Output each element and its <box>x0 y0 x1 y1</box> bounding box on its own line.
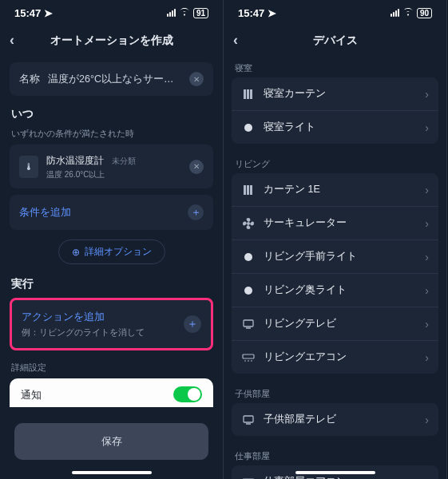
add-action-example: 例：リビングのライトを消して <box>22 327 201 338</box>
fan-icon <box>241 218 256 229</box>
signal-icon <box>167 9 176 17</box>
wifi-icon <box>402 7 414 18</box>
detail-option-button[interactable]: ⊕ 詳細オプション <box>58 240 165 264</box>
nav-bar: ‹ デバイス <box>224 26 446 56</box>
svg-rect-7 <box>244 320 253 327</box>
status-bar: 15:47 ➤ 90 <box>224 0 446 26</box>
chevron-right-icon: › <box>425 184 429 196</box>
device-row[interactable]: カーテン 1E› <box>232 173 438 207</box>
name-value: 温度が26°C以上ならサーキュレ… <box>48 73 181 86</box>
group-header: 仕事部屋 <box>224 444 446 465</box>
page-title: デバイス <box>313 34 358 48</box>
status-bar: 15:47 ➤ 91 <box>0 0 223 26</box>
device-name: 子供部屋テレビ <box>264 413 417 426</box>
notify-toggle[interactable] <box>173 386 202 402</box>
add-action-card[interactable]: アクションを追加 例：リビングのライトを消して ＋ <box>10 298 213 350</box>
phone-left: 15:47 ➤ 91 ‹ オートメーションを作成 名称 温度が26°C以上ならサ… <box>0 0 224 479</box>
svg-rect-9 <box>243 354 254 358</box>
device-name: リビング手前ライト <box>264 250 417 263</box>
chevron-right-icon: › <box>425 351 429 364</box>
back-button[interactable]: ‹ <box>233 32 238 49</box>
chevron-right-icon: › <box>425 121 429 134</box>
home-indicator <box>295 471 375 474</box>
bulb-icon <box>241 287 256 295</box>
phone-right: 15:47 ➤ 90 ‹ デバイス 寝室寝室カーテン›寝室ライト›リビングカーテ… <box>224 0 447 479</box>
curtain-icon <box>241 184 256 196</box>
chevron-right-icon: › <box>425 88 429 101</box>
battery-level: 90 <box>417 8 432 18</box>
thermometer-icon: 🌡 <box>19 156 38 178</box>
when-subtitle: いずれかの条件が満たされた時 <box>11 128 212 140</box>
save-label: 保存 <box>101 435 122 447</box>
svg-rect-3 <box>244 185 246 195</box>
device-name: リビングテレビ <box>264 317 417 331</box>
name-label: 名称 <box>19 73 40 86</box>
device-row[interactable]: サーキュレーター› <box>232 207 438 240</box>
device-name: 寝室ライト <box>264 121 417 134</box>
notify-label: 通知 <box>21 389 42 401</box>
chevron-right-icon: › <box>425 217 429 230</box>
device-row[interactable]: 寝室カーテン› <box>232 77 438 111</box>
device-name: リビングエアコン <box>264 350 417 364</box>
add-condition-button[interactable]: 条件を追加 ＋ <box>10 195 213 230</box>
tv-icon <box>241 415 256 425</box>
tv-icon <box>241 319 256 329</box>
status-time: 15:47 <box>238 7 264 19</box>
device-name: サーキュレーター <box>264 216 417 230</box>
device-row[interactable]: リビングエアコン› <box>232 341 438 374</box>
condition-detail: 温度 26.0°C以上 <box>46 169 181 180</box>
add-action-label: アクションを追加 <box>22 310 201 324</box>
device-row[interactable]: 寝室ライト› <box>232 111 438 144</box>
device-row[interactable]: リビング手前ライト› <box>232 240 438 274</box>
plus-circle-icon: ⊕ <box>72 247 80 258</box>
condition-card[interactable]: 🌡 防水温湿度計 未分類 温度 26.0°C以上 ✕ <box>10 144 213 188</box>
device-name: リビング奥ライト <box>264 283 417 297</box>
location-icon: ➤ <box>44 7 53 19</box>
page-title: オートメーションを作成 <box>50 34 173 48</box>
back-button[interactable]: ‹ <box>10 32 14 49</box>
name-field-row[interactable]: 名称 温度が26°C以上ならサーキュレ… ✕ <box>10 62 213 96</box>
condition-name: 防水温湿度計 <box>46 155 104 166</box>
svg-rect-0 <box>244 89 246 99</box>
svg-rect-1 <box>247 89 249 99</box>
svg-rect-13 <box>244 416 253 422</box>
plus-icon: ＋ <box>184 315 201 333</box>
svg-rect-4 <box>247 185 249 195</box>
bulb-icon <box>241 253 256 261</box>
notify-card[interactable]: 通知 <box>10 378 213 407</box>
plus-icon: ＋ <box>188 204 204 220</box>
status-time: 15:47 <box>14 7 41 19</box>
home-indicator <box>72 471 152 474</box>
device-list: カーテン 1E›サーキュレーター›リビング手前ライト›リビング奥ライト›リビング… <box>232 173 438 374</box>
location-icon: ➤ <box>268 7 276 19</box>
curtain-icon <box>241 89 256 100</box>
group-header: 子供部屋 <box>224 382 446 403</box>
bulb-icon <box>241 124 256 132</box>
ac-icon <box>241 354 256 362</box>
device-groups: 寝室寝室カーテン›寝室ライト›リビングカーテン 1E›サーキュレーター›リビング… <box>224 56 446 479</box>
chevron-right-icon: › <box>425 476 429 480</box>
section-exec: 実行 <box>11 277 212 291</box>
add-condition-label: 条件を追加 <box>19 206 71 220</box>
remove-condition-icon[interactable]: ✕ <box>189 160 204 174</box>
device-name: 仕事部屋エアコン <box>264 475 417 479</box>
device-name: カーテン 1E <box>264 183 417 196</box>
svg-rect-2 <box>250 89 252 99</box>
group-header: リビング <box>224 152 446 173</box>
chevron-right-icon: › <box>425 251 429 263</box>
device-row[interactable]: 子供部屋テレビ› <box>232 403 438 436</box>
condition-tag: 未分類 <box>112 156 136 165</box>
save-button[interactable]: 保存 <box>14 423 208 460</box>
chevron-right-icon: › <box>425 414 429 426</box>
device-row[interactable]: リビングテレビ› <box>232 307 438 341</box>
section-when: いつ <box>11 107 212 121</box>
detail-settings-label: 詳細設定 <box>11 362 212 374</box>
svg-rect-5 <box>250 185 252 195</box>
device-row[interactable]: リビング奥ライト› <box>232 274 438 307</box>
device-list: 子供部屋テレビ› <box>232 403 438 436</box>
chevron-right-icon: › <box>425 284 429 297</box>
svg-point-6 <box>247 222 250 225</box>
clear-icon[interactable]: ✕ <box>189 72 204 86</box>
group-header: 寝室 <box>224 56 446 77</box>
device-name: 寝室カーテン <box>264 87 417 101</box>
